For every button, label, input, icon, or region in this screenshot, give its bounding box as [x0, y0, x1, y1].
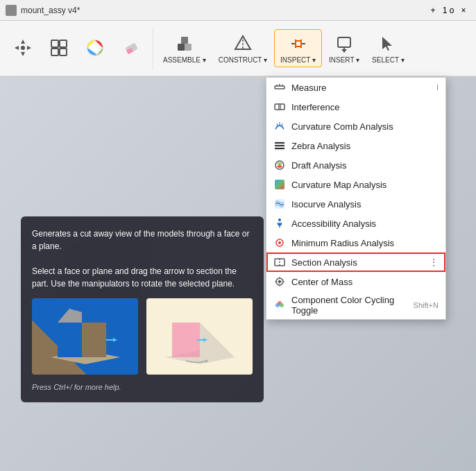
svg-marker-26 — [341, 49, 347, 53]
inspect-dropdown: Measure I Interference Curvature Comb An… — [266, 77, 446, 320]
center-of-mass-label: Center of Mass — [291, 277, 439, 287]
toolbar: ASSEMBLE ▾ CONSTRUCT ▾ INSPECT ▾ — [0, 21, 476, 76]
construct-icon — [232, 33, 254, 55]
menu-item-zebra[interactable]: Zebra Analysis — [266, 136, 445, 155]
toolbar-pan[interactable] — [6, 34, 40, 63]
section-analysis-label: Section Analysis — [291, 257, 426, 268]
draft-label: Draft Analysis — [291, 160, 439, 171]
svg-rect-8 — [60, 49, 67, 55]
add-tab-button[interactable]: + — [426, 3, 440, 17]
interference-icon — [273, 101, 286, 113]
ruler-icon — [273, 81, 286, 94]
measure-label: Measure — [291, 83, 431, 93]
curvature-comb-icon — [273, 120, 286, 132]
interference-label: Interference — [291, 102, 439, 112]
tooltip-images — [32, 298, 253, 375]
svg-marker-27 — [382, 37, 392, 51]
toolbar-color[interactable] — [78, 34, 112, 63]
assemble-label: ASSEMBLE ▾ — [163, 56, 206, 64]
svg-point-10 — [92, 44, 99, 51]
menu-item-interference[interactable]: Interference — [266, 97, 445, 117]
svg-rect-37 — [279, 104, 280, 110]
svg-marker-0 — [21, 40, 25, 44]
menu-item-isocurve[interactable]: Isocurve Analysis — [266, 194, 445, 214]
svg-rect-6 — [60, 40, 67, 47]
curvature-comb-label: Curvature Comb Analysis — [291, 121, 439, 132]
menu-item-measure[interactable]: Measure I — [266, 78, 445, 97]
tooltip-desc-2: Select a face or plane and drag the arro… — [32, 266, 237, 289]
accessibility-label: Accessibility Analysis — [291, 219, 439, 229]
curvature-map-label: Curvature Map Analysis — [291, 180, 439, 190]
menu-item-curvature-comb[interactable]: Curvature Comb Analysis — [266, 117, 445, 136]
color-cycle-icon — [273, 299, 286, 311]
svg-rect-23 — [296, 41, 301, 46]
color-cycle-shortcut: Shift+N — [414, 301, 439, 309]
svg-rect-15 — [181, 37, 188, 44]
divider-1 — [153, 28, 153, 69]
window-controls: + 1 o × — [426, 3, 470, 17]
tooltip-desc: Generates a cut away view of the models … — [32, 228, 253, 290]
zebra-icon — [273, 139, 286, 152]
toolbar-inspect[interactable]: INSPECT ▾ — [274, 29, 322, 67]
menu-item-color-cycle[interactable]: Component Color Cycling Toggle Shift+N — [266, 291, 445, 319]
select-label: SELECT ▾ — [372, 56, 405, 64]
minimum-radius-label: Minimum Radius Analysis — [291, 238, 439, 248]
menu-item-center-of-mass[interactable]: Center of Mass — [266, 272, 445, 291]
toolbar-assemble[interactable]: ASSEMBLE ▾ — [158, 30, 212, 67]
window-title: mount_assy v4* — [21, 6, 426, 15]
svg-marker-2 — [15, 46, 19, 50]
svg-point-48 — [278, 219, 281, 221]
toolbar-select[interactable]: SELECT ▾ — [366, 30, 410, 67]
svg-point-4 — [21, 46, 25, 50]
svg-rect-70 — [172, 323, 200, 357]
svg-point-61 — [280, 303, 284, 307]
color-cycle-label: Component Color Cycling Toggle — [291, 295, 408, 316]
user-button[interactable]: 1 o — [441, 3, 455, 17]
close-button[interactable]: × — [457, 3, 470, 17]
accessibility-icon — [273, 217, 286, 230]
tooltip-help: Press Ctrl+/ for more help. — [32, 383, 253, 391]
inspect-label: INSPECT ▾ — [280, 56, 316, 64]
isocurve-label: Isocurve Analysis — [291, 199, 439, 209]
svg-marker-1 — [21, 52, 25, 56]
tooltip-image-before — [32, 298, 138, 375]
construct-label: CONSTRUCT ▾ — [219, 56, 267, 64]
svg-rect-5 — [51, 40, 58, 47]
section-icon — [273, 256, 286, 268]
pan-icon — [12, 37, 34, 59]
zebra-label: Zebra Analysis — [291, 141, 439, 151]
menu-item-draft[interactable]: Draft Analysis — [266, 155, 445, 175]
insert-icon — [333, 33, 355, 55]
section-analysis-more[interactable]: ⋮ — [429, 257, 439, 268]
toolbar-construct[interactable]: CONSTRUCT ▾ — [213, 30, 273, 67]
insert-label: INSERT ▾ — [329, 56, 359, 64]
menu-item-minimum-radius[interactable]: Minimum Radius Analysis — [266, 233, 445, 252]
menu-item-section-analysis[interactable]: Section Analysis ⋮ — [266, 252, 445, 272]
layout-icon — [48, 37, 70, 59]
minimum-radius-icon — [273, 237, 286, 249]
tooltip-image-after — [146, 298, 253, 375]
app-icon — [6, 5, 17, 16]
svg-rect-24 — [338, 37, 350, 47]
inspect-icon — [287, 33, 309, 55]
tooltip-desc-1: Generates a cut away view of the models … — [32, 229, 250, 251]
eraser-icon — [120, 37, 142, 59]
title-bar: mount_assy v4* + 1 o × — [0, 0, 476, 21]
svg-rect-13 — [178, 44, 185, 51]
svg-marker-67 — [58, 309, 82, 323]
toolbar-layout[interactable] — [42, 34, 76, 63]
measure-shortcut: I — [436, 83, 439, 92]
select-icon — [377, 33, 399, 55]
svg-rect-64 — [58, 323, 82, 357]
assemble-icon — [173, 33, 196, 55]
toolbar-eraser[interactable] — [114, 34, 148, 63]
menu-item-curvature-map[interactable]: Curvature Map Analysis — [266, 175, 445, 194]
draft-icon — [273, 159, 286, 171]
svg-rect-7 — [51, 49, 58, 55]
toolbar-insert[interactable]: INSERT ▾ — [323, 30, 365, 67]
isocurve-icon — [273, 198, 286, 210]
center-of-mass-icon — [273, 275, 286, 288]
menu-item-accessibility[interactable]: Accessibility Analysis — [266, 214, 445, 233]
svg-marker-3 — [27, 46, 31, 50]
svg-marker-66 — [113, 338, 117, 342]
